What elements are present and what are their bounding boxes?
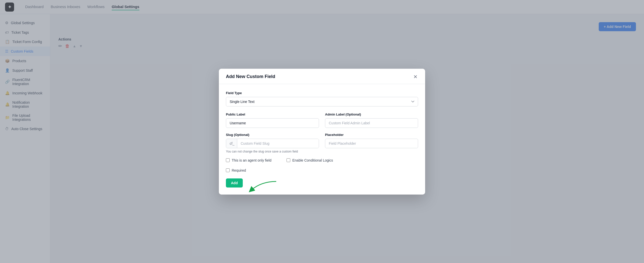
admin-label-label: Admin Label (Optional) [325, 112, 418, 116]
modal-title: Add New Custom Field [226, 74, 275, 79]
slug-col: Slug (Optional) cf_ You can not change t… [226, 133, 319, 153]
public-label-label: Public Label [226, 112, 319, 116]
agent-only-checkbox[interactable] [226, 158, 230, 162]
conditional-logics-checkbox[interactable] [287, 158, 290, 162]
public-label-col: Public Label [226, 112, 319, 128]
add-custom-field-modal: Add New Custom Field ✕ Field Type Single… [219, 69, 425, 195]
modal-overlay: Add New Custom Field ✕ Field Type Single… [0, 0, 644, 263]
required-row: Required [226, 168, 418, 172]
checkbox-group: This is an agent only field Enable Condi… [226, 158, 418, 166]
add-button-wrapper: Add [226, 178, 243, 187]
modal-header: Add New Custom Field ✕ [219, 69, 425, 84]
agent-only-label: This is an agent only field [232, 158, 271, 162]
placeholder-label: Placeholder [325, 133, 418, 137]
slug-prefix: cf_ [226, 139, 237, 148]
placeholder-input[interactable] [325, 139, 418, 148]
slug-label: Slug (Optional) [226, 133, 319, 137]
public-label-input[interactable] [226, 118, 319, 128]
label-row: Public Label Admin Label (Optional) [226, 112, 418, 128]
admin-label-col: Admin Label (Optional) [325, 112, 418, 128]
arrow-annotation [241, 176, 281, 195]
field-type-section: Field Type Single Line Text Multi Line T… [226, 91, 418, 106]
admin-label-input[interactable] [325, 118, 418, 128]
add-button[interactable]: Add [226, 178, 243, 187]
slug-wrapper: cf_ [226, 139, 319, 148]
field-type-select[interactable]: Single Line Text Multi Line Text Number … [226, 97, 418, 106]
modal-body: Field Type Single Line Text Multi Line T… [219, 84, 425, 195]
slug-hint: You can not change the slug once save a … [226, 150, 319, 153]
required-checkbox[interactable] [226, 168, 230, 172]
modal-close-button[interactable]: ✕ [413, 74, 418, 80]
required-label: Required [232, 168, 246, 172]
conditional-logics-row: Enable Conditional Logics [287, 158, 333, 162]
conditional-logics-label: Enable Conditional Logics [292, 158, 333, 162]
slug-row: Slug (Optional) cf_ You can not change t… [226, 133, 418, 153]
slug-input[interactable] [237, 139, 319, 148]
agent-only-row: This is an agent only field [226, 158, 271, 162]
field-type-label: Field Type [226, 91, 418, 95]
placeholder-col: Placeholder [325, 133, 418, 153]
